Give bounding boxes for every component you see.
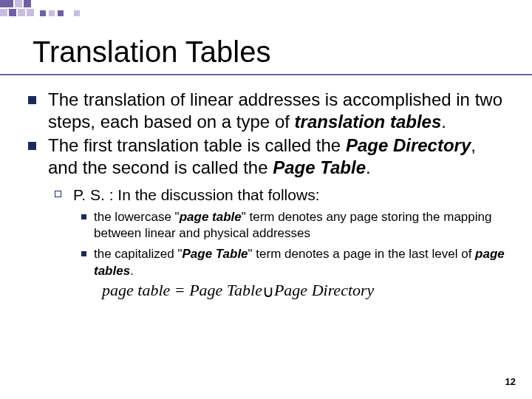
square-bullet-icon <box>28 96 36 104</box>
eq-sign: = <box>170 281 189 299</box>
text: " term denotes a page in the last level … <box>248 247 476 261</box>
text: the capitalized " <box>94 247 182 261</box>
text: . <box>130 264 134 278</box>
text: the lowercase " <box>94 210 180 224</box>
ps-text: P. S. : In the discussion that follows: <box>73 185 319 205</box>
emphasis: Page Table <box>273 157 366 177</box>
square-bullet-icon <box>28 142 36 150</box>
ps-label: P. S. : <box>73 186 113 203</box>
bullet-1-text: The translation of linear addresses is a… <box>48 89 510 133</box>
eq-r1: Page Table <box>189 281 262 299</box>
union-symbol: ∪ <box>262 282 274 301</box>
emphasis: Page Table <box>182 247 248 261</box>
bullet-2: The first translation table is called th… <box>28 134 510 179</box>
page-number: 12 <box>505 376 516 387</box>
sub-sub-bullet-1: the lowercase "page table" term denotes … <box>81 209 510 242</box>
slide-title: Translation Tables <box>33 35 270 69</box>
eq-r2: Page Directory <box>274 281 374 299</box>
text: The first translation table is called th… <box>48 135 346 155</box>
emphasis: page table <box>180 210 242 224</box>
text: . <box>366 157 371 177</box>
sub-sub-bullet-2: the capitalized "Page Table" term denote… <box>81 246 510 279</box>
text: . <box>441 112 446 132</box>
sub-bullet-ps: P. S. : In the discussion that follows: <box>55 185 510 205</box>
text: In the discussion that follows: <box>113 186 319 203</box>
hollow-square-bullet-icon <box>55 191 61 197</box>
emphasis: Page Directory <box>346 135 471 155</box>
content-area: The translation of linear addresses is a… <box>28 89 510 300</box>
bullet-2-text: The first translation table is called th… <box>48 134 510 179</box>
bullet-1: The translation of linear addresses is a… <box>28 89 510 133</box>
sub-sub-2-text: the capitalized "Page Table" term denote… <box>94 246 510 279</box>
eq-lhs: page table <box>102 281 170 299</box>
emphasis: translation tables <box>295 112 442 132</box>
small-square-bullet-icon <box>81 251 86 256</box>
equation: page table = Page Table ∪ Page Directory <box>102 281 510 300</box>
sub-sub-1-text: the lowercase "page table" term denotes … <box>94 209 510 242</box>
title-underline <box>0 74 532 75</box>
small-square-bullet-icon <box>81 214 86 219</box>
